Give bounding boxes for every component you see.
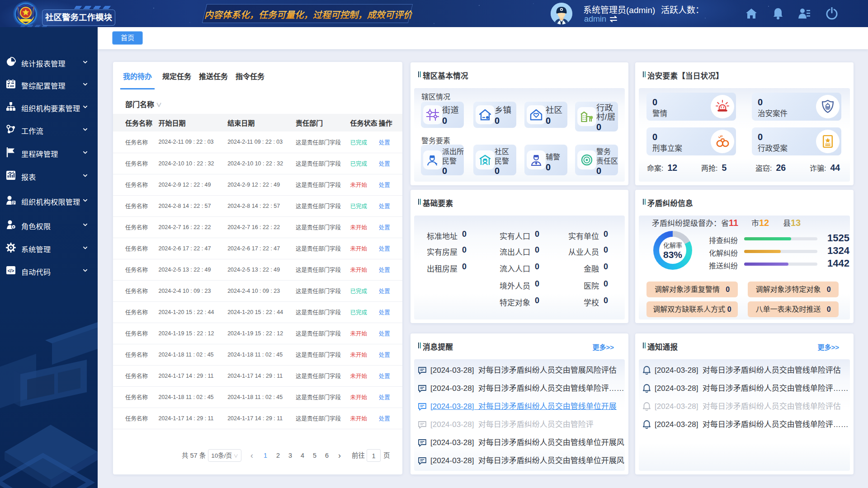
svg-text:</>: </>: [8, 268, 14, 273]
